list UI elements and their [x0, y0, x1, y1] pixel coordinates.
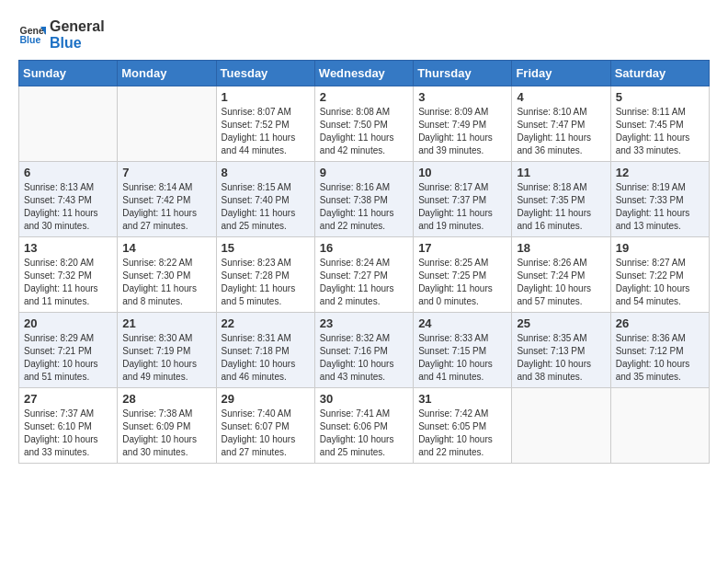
- day-cell: 9Sunrise: 8:16 AM Sunset: 7:38 PM Daylig…: [314, 162, 413, 237]
- day-number: 8: [222, 166, 310, 179]
- day-number: 25: [517, 316, 605, 330]
- day-number: 17: [418, 241, 506, 255]
- day-info: Sunrise: 7:42 AM Sunset: 6:05 PM Dayligh…: [418, 408, 506, 459]
- day-cell: 5Sunrise: 8:11 AM Sunset: 7:45 PM Daylig…: [610, 86, 709, 162]
- day-cell: 2Sunrise: 8:08 AM Sunset: 7:50 PM Daylig…: [314, 86, 413, 162]
- day-cell: 11Sunrise: 8:18 AM Sunset: 7:35 PM Dayli…: [512, 162, 610, 237]
- weekday-header-sunday: Sunday: [19, 61, 118, 86]
- day-number: 13: [24, 241, 112, 255]
- day-number: 5: [616, 90, 704, 104]
- day-cell: 23Sunrise: 8:32 AM Sunset: 7:16 PM Dayli…: [314, 313, 413, 388]
- day-cell: 12Sunrise: 8:19 AM Sunset: 7:33 PM Dayli…: [610, 162, 709, 237]
- day-cell: 8Sunrise: 8:15 AM Sunset: 7:40 PM Daylig…: [216, 162, 314, 237]
- day-cell: 21Sunrise: 8:30 AM Sunset: 7:19 PM Dayli…: [118, 313, 216, 388]
- day-number: 26: [616, 316, 704, 330]
- day-info: Sunrise: 8:13 AM Sunset: 7:43 PM Dayligh…: [24, 181, 112, 233]
- day-cell: 27Sunrise: 7:37 AM Sunset: 6:10 PM Dayli…: [19, 388, 118, 464]
- day-number: 1: [222, 90, 310, 104]
- day-cell: 19Sunrise: 8:27 AM Sunset: 7:22 PM Dayli…: [610, 237, 709, 313]
- logo: General Blue General Blue: [18, 18, 105, 51]
- day-info: Sunrise: 8:35 AM Sunset: 7:13 PM Dayligh…: [517, 332, 605, 384]
- day-info: Sunrise: 7:37 AM Sunset: 6:10 PM Dayligh…: [24, 408, 112, 459]
- week-row-1: 1Sunrise: 8:07 AM Sunset: 7:52 PM Daylig…: [19, 86, 710, 162]
- day-info: Sunrise: 8:20 AM Sunset: 7:32 PM Dayligh…: [24, 257, 112, 308]
- day-cell: 22Sunrise: 8:31 AM Sunset: 7:18 PM Dayli…: [216, 313, 314, 388]
- day-cell: 17Sunrise: 8:25 AM Sunset: 7:25 PM Dayli…: [414, 237, 512, 313]
- day-info: Sunrise: 8:17 AM Sunset: 7:37 PM Dayligh…: [418, 181, 506, 233]
- day-number: 20: [24, 316, 112, 330]
- day-number: 14: [122, 241, 210, 255]
- day-info: Sunrise: 8:18 AM Sunset: 7:35 PM Dayligh…: [517, 181, 605, 233]
- day-info: Sunrise: 8:32 AM Sunset: 7:16 PM Dayligh…: [320, 332, 408, 384]
- day-number: 27: [24, 392, 112, 406]
- week-row-5: 27Sunrise: 7:37 AM Sunset: 6:10 PM Dayli…: [19, 388, 710, 464]
- day-number: 7: [122, 166, 210, 179]
- day-number: 16: [320, 241, 408, 255]
- day-number: 6: [24, 166, 112, 179]
- day-number: 10: [418, 166, 506, 179]
- day-number: 28: [122, 392, 210, 406]
- day-cell: 6Sunrise: 8:13 AM Sunset: 7:43 PM Daylig…: [19, 162, 118, 237]
- day-info: Sunrise: 8:10 AM Sunset: 7:47 PM Dayligh…: [517, 106, 605, 157]
- calendar: SundayMondayTuesdayWednesdayThursdayFrid…: [18, 60, 710, 464]
- day-number: 19: [616, 241, 704, 255]
- day-cell: [19, 86, 118, 162]
- week-row-2: 6Sunrise: 8:13 AM Sunset: 7:43 PM Daylig…: [19, 162, 710, 237]
- day-info: Sunrise: 7:40 AM Sunset: 6:07 PM Dayligh…: [222, 408, 310, 459]
- day-number: 15: [222, 241, 310, 255]
- day-info: Sunrise: 8:33 AM Sunset: 7:15 PM Dayligh…: [418, 332, 506, 384]
- day-info: Sunrise: 8:08 AM Sunset: 7:50 PM Dayligh…: [320, 106, 408, 157]
- day-number: 18: [517, 241, 605, 255]
- day-info: Sunrise: 8:23 AM Sunset: 7:28 PM Dayligh…: [222, 257, 310, 308]
- day-info: Sunrise: 8:25 AM Sunset: 7:25 PM Dayligh…: [418, 257, 506, 308]
- day-info: Sunrise: 8:11 AM Sunset: 7:45 PM Dayligh…: [616, 106, 704, 157]
- day-cell: 4Sunrise: 8:10 AM Sunset: 7:47 PM Daylig…: [512, 86, 610, 162]
- day-cell: [118, 86, 216, 162]
- day-info: Sunrise: 8:19 AM Sunset: 7:33 PM Dayligh…: [616, 181, 704, 233]
- day-cell: 1Sunrise: 8:07 AM Sunset: 7:52 PM Daylig…: [216, 86, 314, 162]
- day-number: 4: [517, 90, 605, 104]
- day-info: Sunrise: 8:14 AM Sunset: 7:42 PM Dayligh…: [122, 181, 210, 233]
- weekday-header-tuesday: Tuesday: [216, 61, 314, 86]
- page-header: General Blue General Blue: [18, 18, 710, 51]
- weekday-header-saturday: Saturday: [610, 61, 709, 86]
- week-row-3: 13Sunrise: 8:20 AM Sunset: 7:32 PM Dayli…: [19, 237, 710, 313]
- day-cell: 7Sunrise: 8:14 AM Sunset: 7:42 PM Daylig…: [118, 162, 216, 237]
- weekday-header-row: SundayMondayTuesdayWednesdayThursdayFrid…: [19, 61, 710, 86]
- day-cell: 3Sunrise: 8:09 AM Sunset: 7:49 PM Daylig…: [414, 86, 512, 162]
- day-cell: 25Sunrise: 8:35 AM Sunset: 7:13 PM Dayli…: [512, 313, 610, 388]
- day-info: Sunrise: 8:26 AM Sunset: 7:24 PM Dayligh…: [517, 257, 605, 308]
- day-info: Sunrise: 8:22 AM Sunset: 7:30 PM Dayligh…: [122, 257, 210, 308]
- day-cell: 20Sunrise: 8:29 AM Sunset: 7:21 PM Dayli…: [19, 313, 118, 388]
- day-cell: 26Sunrise: 8:36 AM Sunset: 7:12 PM Dayli…: [610, 313, 709, 388]
- day-info: Sunrise: 8:31 AM Sunset: 7:18 PM Dayligh…: [222, 332, 310, 384]
- day-info: Sunrise: 8:15 AM Sunset: 7:40 PM Dayligh…: [222, 181, 310, 233]
- svg-text:Blue: Blue: [20, 34, 41, 45]
- day-cell: 10Sunrise: 8:17 AM Sunset: 7:37 PM Dayli…: [414, 162, 512, 237]
- day-cell: 13Sunrise: 8:20 AM Sunset: 7:32 PM Dayli…: [19, 237, 118, 313]
- day-cell: 30Sunrise: 7:41 AM Sunset: 6:06 PM Dayli…: [314, 388, 413, 464]
- day-cell: 24Sunrise: 8:33 AM Sunset: 7:15 PM Dayli…: [414, 313, 512, 388]
- day-number: 3: [418, 90, 506, 104]
- day-cell: 29Sunrise: 7:40 AM Sunset: 6:07 PM Dayli…: [216, 388, 314, 464]
- day-info: Sunrise: 8:16 AM Sunset: 7:38 PM Dayligh…: [320, 181, 408, 233]
- day-number: 22: [222, 316, 310, 330]
- day-info: Sunrise: 8:29 AM Sunset: 7:21 PM Dayligh…: [24, 332, 112, 384]
- day-cell: 31Sunrise: 7:42 AM Sunset: 6:05 PM Dayli…: [414, 388, 512, 464]
- day-cell: [610, 388, 709, 464]
- day-number: 11: [517, 166, 605, 179]
- day-info: Sunrise: 7:38 AM Sunset: 6:09 PM Dayligh…: [122, 408, 210, 459]
- day-number: 9: [320, 166, 408, 179]
- day-info: Sunrise: 8:30 AM Sunset: 7:19 PM Dayligh…: [122, 332, 210, 384]
- day-info: Sunrise: 8:27 AM Sunset: 7:22 PM Dayligh…: [616, 257, 704, 308]
- weekday-header-thursday: Thursday: [414, 61, 512, 86]
- day-cell: 15Sunrise: 8:23 AM Sunset: 7:28 PM Dayli…: [216, 237, 314, 313]
- day-info: Sunrise: 8:36 AM Sunset: 7:12 PM Dayligh…: [616, 332, 704, 384]
- weekday-header-monday: Monday: [118, 61, 216, 86]
- day-info: Sunrise: 7:41 AM Sunset: 6:06 PM Dayligh…: [320, 408, 408, 459]
- weekday-header-friday: Friday: [512, 61, 610, 86]
- day-number: 12: [616, 166, 704, 179]
- day-cell: 28Sunrise: 7:38 AM Sunset: 6:09 PM Dayli…: [118, 388, 216, 464]
- day-cell: 18Sunrise: 8:26 AM Sunset: 7:24 PM Dayli…: [512, 237, 610, 313]
- day-number: 30: [320, 392, 408, 406]
